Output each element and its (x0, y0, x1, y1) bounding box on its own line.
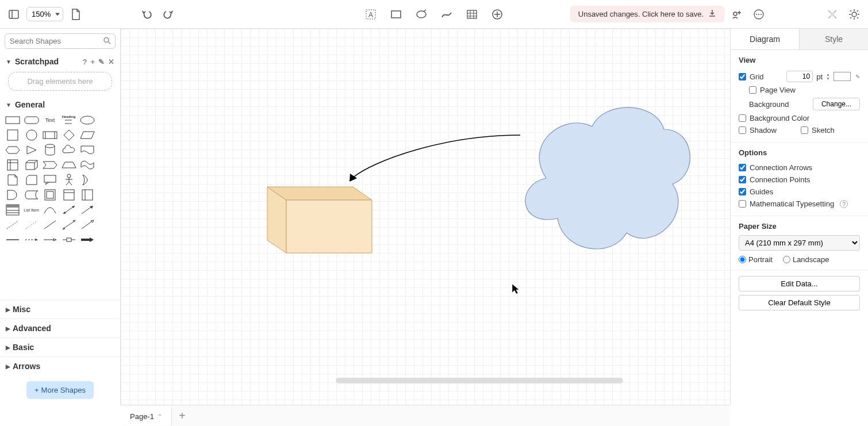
shape-circle[interactable] (24, 129, 40, 141)
theme-icon[interactable] (846, 6, 862, 22)
shape-directional-connector[interactable] (79, 218, 95, 231)
undo-icon[interactable] (139, 6, 155, 22)
shape-text[interactable]: Text (42, 114, 58, 126)
shape-tape[interactable] (79, 159, 95, 171)
new-page-icon[interactable] (68, 6, 84, 22)
shape-bidirectional-arrow[interactable] (61, 204, 77, 216)
shape-parallelogram[interactable] (79, 129, 95, 141)
clear-default-style-button[interactable]: Clear Default Style (739, 295, 860, 310)
more-shapes-button[interactable]: +More Shapes (26, 381, 94, 399)
shape-cylinder[interactable] (42, 144, 58, 156)
help-icon[interactable]: ? (840, 200, 848, 208)
rectangle-tool-icon[interactable] (388, 6, 404, 22)
shape-bidirectional-connector[interactable] (61, 218, 77, 231)
shape-actor[interactable] (61, 174, 77, 186)
grid-checkbox[interactable] (739, 73, 746, 80)
horizontal-scrollbar[interactable] (336, 378, 623, 383)
shape-heading[interactable]: Heading━━━━━━ (61, 114, 77, 126)
canvas[interactable] (121, 29, 730, 405)
text-tool-icon[interactable]: A (363, 6, 379, 22)
portrait-radio[interactable] (739, 256, 746, 263)
shape-rounded-rect[interactable] (24, 114, 40, 126)
shape-note[interactable] (5, 174, 21, 186)
grid-step-down[interactable]: ▼ (826, 76, 830, 80)
shape-list[interactable] (5, 204, 21, 216)
page-tab-1[interactable]: Page-1 ⌃ (121, 406, 172, 425)
shape-ellipse[interactable] (79, 114, 95, 126)
sidebar-toggle-icon[interactable] (6, 6, 22, 22)
advanced-section[interactable]: ▶Advanced (0, 318, 120, 337)
shape-dotted-line[interactable] (24, 218, 40, 231)
shape-data-storage[interactable] (24, 189, 40, 201)
scratchpad-help-icon[interactable]: ? (82, 57, 87, 66)
connection-points-checkbox[interactable] (739, 176, 746, 183)
shape-callout[interactable] (42, 174, 58, 186)
zoom-select[interactable]: 150% (26, 7, 63, 21)
scratchpad-add-icon[interactable]: + (90, 57, 95, 66)
connection-arrows-checkbox[interactable] (739, 164, 746, 171)
change-background-button[interactable]: Change... (813, 98, 860, 110)
canvas-arrow-connector[interactable] (349, 135, 520, 182)
grid-color-swatch[interactable] (834, 72, 851, 81)
shape-cube[interactable] (24, 159, 40, 171)
misc-section[interactable]: ▶Misc (0, 300, 120, 318)
shape-trapezoid[interactable] (61, 159, 77, 171)
tab-diagram[interactable]: Diagram (731, 29, 799, 50)
sketch-checkbox[interactable] (801, 126, 808, 134)
shape-container[interactable] (42, 189, 58, 201)
shape-curve[interactable] (42, 204, 58, 216)
scratchpad-edit-icon[interactable]: ✎ (98, 57, 105, 66)
shape-internal-storage[interactable] (5, 159, 21, 171)
background-color-checkbox[interactable] (739, 114, 746, 122)
page-view-checkbox[interactable] (749, 86, 756, 94)
ellipse-tool-icon[interactable] (413, 6, 429, 22)
shape-and[interactable] (5, 189, 21, 201)
arrows-section[interactable]: ▶Arrows (0, 356, 120, 375)
guides-checkbox[interactable] (739, 188, 746, 195)
shape-titled-container[interactable] (61, 189, 77, 201)
shape-rectangle[interactable] (5, 114, 21, 126)
scratchpad-close-icon[interactable]: ✕ (108, 57, 114, 66)
redo-icon[interactable] (160, 6, 176, 22)
shape-step[interactable] (42, 159, 58, 171)
shape-process[interactable] (42, 129, 58, 141)
shape-link[interactable] (24, 233, 40, 246)
math-typesetting-checkbox[interactable] (739, 200, 746, 208)
design-tools-icon[interactable] (824, 6, 840, 22)
shape-arrow[interactable] (79, 204, 95, 216)
shape-diamond[interactable] (61, 129, 77, 141)
shape-dashed-line[interactable] (5, 218, 21, 231)
shadow-checkbox[interactable] (739, 126, 746, 134)
scratchpad-header[interactable]: ▼ Scratchpad ? + ✎ ✕ (0, 53, 120, 68)
add-page-button[interactable]: + (172, 409, 193, 423)
unsaved-banner[interactable]: Unsaved changes. Click here to save. (570, 6, 724, 22)
shape-thin-arrow[interactable] (42, 233, 58, 246)
shape-list-item[interactable]: List Item (24, 204, 40, 216)
share-icon[interactable] (729, 6, 745, 22)
shape-document[interactable] (79, 144, 95, 156)
search-icon[interactable] (103, 36, 111, 46)
shape-thick-arrow[interactable] (79, 233, 95, 246)
search-input[interactable] (5, 33, 116, 49)
shape-card[interactable] (24, 174, 40, 186)
general-header[interactable]: ▼ General (0, 97, 120, 112)
shape-or[interactable] (79, 174, 95, 186)
canvas-cube-shape[interactable] (267, 187, 372, 253)
basic-section[interactable]: ▶Basic (0, 337, 120, 356)
grid-color-edit-icon[interactable]: ✎ (855, 74, 860, 80)
grid-size-input[interactable] (786, 71, 813, 82)
shape-hexagon[interactable] (5, 144, 21, 156)
shape-triangle[interactable] (24, 144, 40, 156)
tab-style[interactable]: Style (799, 29, 868, 50)
grid-step-up[interactable]: ▲ (826, 72, 830, 76)
scratchpad-drop-zone[interactable]: Drag elements here (8, 72, 112, 91)
table-tool-icon[interactable] (464, 6, 480, 22)
landscape-radio[interactable] (783, 256, 790, 263)
paper-size-select[interactable]: A4 (210 mm x 297 mm) (739, 235, 860, 251)
freehand-tool-icon[interactable] (439, 6, 455, 22)
shape-cloud[interactable] (61, 144, 77, 156)
more-menu-icon[interactable] (751, 6, 767, 22)
insert-tool-icon[interactable] (489, 6, 505, 22)
shape-vertical-container[interactable] (79, 189, 95, 201)
shape-connector-label[interactable] (61, 233, 77, 246)
